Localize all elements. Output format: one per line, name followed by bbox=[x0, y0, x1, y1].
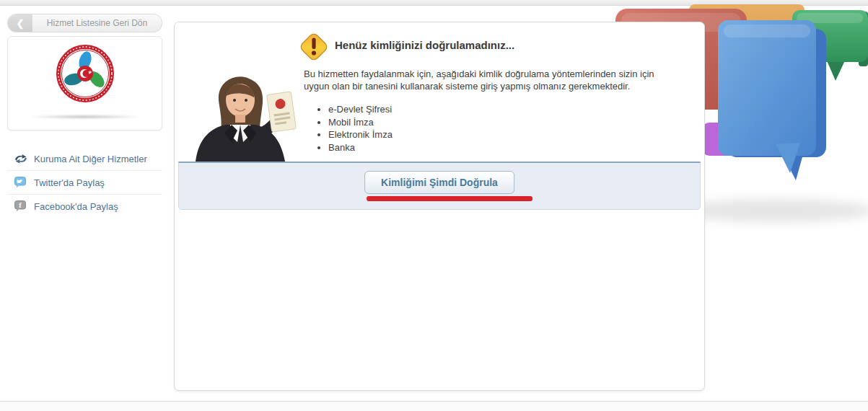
ministry-seal-logo bbox=[56, 44, 115, 103]
alert-title: Henüz kimliğinizi doğrulamadınız... bbox=[335, 39, 514, 51]
chevron-left-icon: ❮ bbox=[8, 14, 32, 32]
back-to-service-list-button[interactable]: ❮ Hizmet Listesine Geri Dön bbox=[7, 14, 162, 32]
red-highlight-underline bbox=[367, 196, 532, 201]
sidebar-item-label: Twitter'da Paylaş bbox=[34, 177, 105, 188]
page-footer-divider bbox=[0, 401, 868, 411]
auth-methods-list: e-Devlet Şifresi Mobil İmza Elektronik İ… bbox=[317, 103, 393, 154]
auth-method-item: Mobil İmza bbox=[328, 116, 393, 129]
institution-logo-card bbox=[7, 36, 162, 131]
auth-method-item: e-Devlet Şifresi bbox=[328, 103, 393, 116]
sidebar-links: Kuruma Ait Diğer Hizmetler Twitter'da Pa… bbox=[7, 147, 162, 218]
sidebar-item-label: Kuruma Ait Diğer Hizmetler bbox=[34, 154, 147, 164]
auth-method-item: Elektronik İmza bbox=[328, 128, 393, 141]
twitter-bubble-icon bbox=[14, 177, 27, 188]
verify-identity-button[interactable]: Kimliğimi Şimdi Doğrula bbox=[364, 171, 514, 194]
blurred-caption bbox=[28, 115, 141, 119]
share-arrows-icon bbox=[14, 153, 27, 164]
facebook-bubble-icon: f bbox=[14, 200, 27, 212]
sidebar-item-share-twitter[interactable]: Twitter'da Paylaş bbox=[7, 170, 162, 194]
sidebar-item-other-services[interactable]: Kuruma Ait Diğer Hizmetler bbox=[7, 147, 162, 170]
warning-diamond-icon bbox=[297, 30, 331, 64]
woman-holding-id-photo bbox=[184, 67, 311, 162]
action-strip: Kimliğimi Şimdi Doğrula bbox=[178, 162, 701, 210]
sidebar-item-label: Facebook'da Paylaş bbox=[34, 201, 118, 212]
auth-method-item: Banka bbox=[328, 141, 393, 154]
back-button-label: Hizmet Listesine Geri Dön bbox=[32, 18, 162, 28]
blue-bubble bbox=[718, 20, 826, 180]
sidebar-item-share-facebook[interactable]: f Facebook'da Paylaş bbox=[7, 194, 162, 218]
sidebar: ❮ Hizmet Listesine Geri Dön Kur bbox=[7, 14, 162, 218]
alert-description: Bu hizmetten faydalanmak için, aşağıdaki… bbox=[304, 68, 676, 92]
auth-warning-panel: Henüz kimliğinizi doğrulamadınız... Bu h… bbox=[174, 22, 705, 391]
